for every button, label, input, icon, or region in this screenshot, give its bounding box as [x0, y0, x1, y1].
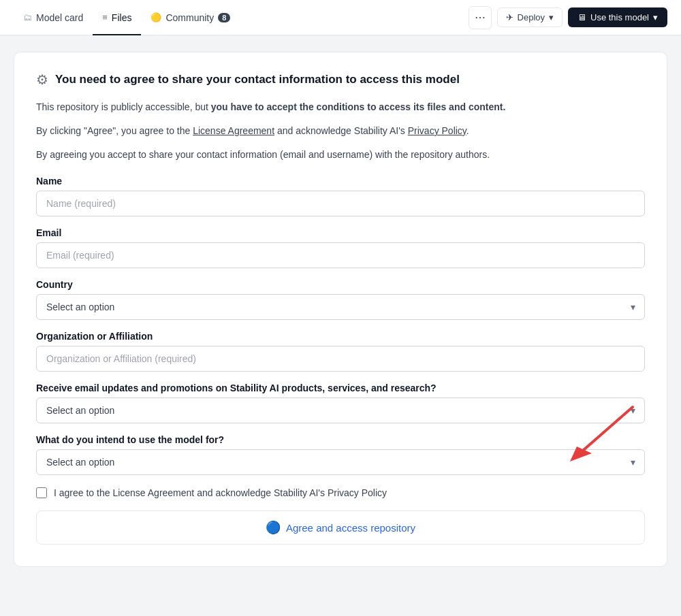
- intended-use-label: What do you intend to use the model for?: [36, 434, 645, 445]
- country-label: Country: [36, 279, 645, 290]
- tab-community-label: Community: [165, 12, 214, 23]
- name-label: Name: [36, 176, 645, 187]
- license-checkbox-row: I agree to the License Agreement and ack…: [36, 487, 645, 498]
- email-field-group: Email: [36, 227, 645, 268]
- organization-input[interactable]: [36, 346, 645, 372]
- desc1-bold: you have to accept the conditions to acc…: [211, 101, 506, 112]
- top-navigation: 🗂 Model card ≡ Files 🟡 Community 8 ⋯ ✈ D…: [0, 0, 681, 35]
- email-updates-select[interactable]: Select an option: [36, 398, 645, 423]
- dots-icon: ⋯: [475, 11, 486, 24]
- organization-label: Organization or Affiliation: [36, 331, 645, 342]
- license-checkbox-label: I agree to the License Agreement and ack…: [54, 487, 387, 498]
- desc2-normal1: By clicking "Agree", you agree to the: [36, 125, 193, 136]
- intended-use-field-group: What do you intend to use the model for?…: [36, 434, 645, 475]
- name-field-group: Name: [36, 176, 645, 216]
- use-model-monitor-icon: 🖥: [577, 12, 586, 22]
- main-content: ⚙ You need to agree to share your contac…: [0, 35, 681, 583]
- deploy-button[interactable]: ✈ Deploy ▾: [497, 7, 563, 27]
- model-card-icon: 🗂: [23, 12, 32, 22]
- community-badge: 8: [218, 13, 230, 22]
- use-model-label: Use this model: [590, 12, 649, 22]
- alert-title: You need to agree to share your contact …: [55, 73, 460, 86]
- desc-text-2: By clicking "Agree", you agree to the Li…: [36, 124, 645, 138]
- alert-header: ⚙ You need to agree to share your contac…: [36, 71, 645, 88]
- tab-model-card-label: Model card: [36, 12, 83, 23]
- intended-use-select-wrapper: Select an option ▾: [36, 449, 645, 475]
- tab-files[interactable]: ≡ Files: [93, 1, 141, 35]
- files-icon: ≡: [102, 12, 108, 22]
- deploy-label: Deploy: [518, 12, 545, 22]
- use-model-button[interactable]: 🖥 Use this model ▾: [568, 7, 667, 27]
- alert-gear-icon: ⚙: [36, 71, 48, 88]
- email-input[interactable]: [36, 242, 645, 268]
- desc-text-3: By agreeing you accept to share your con…: [36, 148, 645, 162]
- country-field-group: Country Select an option ▾: [36, 279, 645, 320]
- country-select-wrapper: Select an option ▾: [36, 294, 645, 320]
- tab-files-label: Files: [112, 12, 132, 23]
- use-model-chevron-icon: ▾: [653, 12, 658, 22]
- desc-text-1: This repository is publicly accessible, …: [36, 100, 645, 114]
- desc2-normal2: and acknowledge Stability AI's: [274, 125, 408, 136]
- agreement-box: ⚙ You need to agree to share your contac…: [14, 52, 667, 567]
- email-updates-select-wrapper: Select an option ▾: [36, 398, 645, 423]
- nav-actions: ⋯ ✈ Deploy ▾ 🖥 Use this model ▾: [469, 6, 667, 29]
- more-options-button[interactable]: ⋯: [469, 6, 492, 29]
- agree-button-label: Agree and access repository: [286, 522, 415, 534]
- email-updates-field-group: Receive email updates and promotions on …: [36, 383, 645, 423]
- name-input[interactable]: [36, 191, 645, 216]
- license-agreement-link[interactable]: License Agreement: [193, 125, 274, 136]
- deploy-chevron-icon: ▾: [549, 12, 554, 22]
- community-icon: 🟡: [151, 12, 161, 22]
- desc1-normal-start: This repository is publicly accessible, …: [36, 101, 211, 112]
- country-select[interactable]: Select an option: [36, 294, 645, 320]
- organization-field-group: Organization or Affiliation: [36, 331, 645, 372]
- email-updates-label: Receive email updates and promotions on …: [36, 383, 645, 393]
- form-section: Name Email Country Select an option ▾: [36, 176, 645, 545]
- agree-access-button[interactable]: 🔵 Agree and access repository: [36, 510, 645, 545]
- desc2-normal3: .: [466, 125, 469, 136]
- license-checkbox[interactable]: [36, 487, 47, 498]
- email-label: Email: [36, 227, 645, 238]
- tab-model-card[interactable]: 🗂 Model card: [14, 1, 93, 35]
- deploy-icon: ✈: [506, 12, 513, 22]
- intended-use-select[interactable]: Select an option: [36, 449, 645, 475]
- agree-button-icon: 🔵: [266, 520, 281, 535]
- privacy-policy-link[interactable]: Privacy Policy: [408, 125, 466, 136]
- nav-tabs: 🗂 Model card ≡ Files 🟡 Community 8: [14, 0, 240, 35]
- tab-community[interactable]: 🟡 Community 8: [141, 1, 240, 35]
